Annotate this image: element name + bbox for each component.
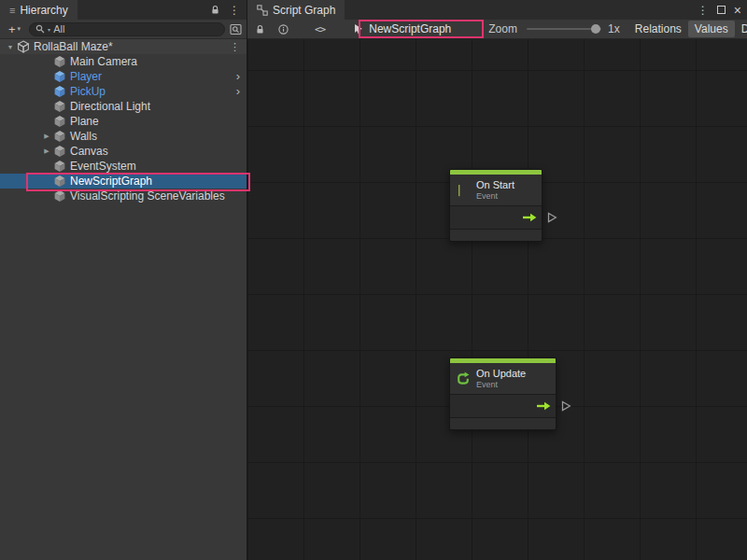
node-header: On Update Event [450,363,556,394]
graph-canvas[interactable]: On Start Event On Update Event [247,39,747,560]
values-toggle[interactable]: Values [688,21,735,37]
scene-menu-icon[interactable]: ⋮ [230,39,240,54]
hierarchy-tree: ▼ RollaBall Maze* ⋮ Main Camera Player ›… [0,39,247,560]
zoom-slider-handle[interactable] [591,24,600,34]
node-footer [450,230,542,241]
prefab-icon [53,70,66,83]
graph-toolbar: <> NewScriptGraph Zoom 1x Relations Valu… [247,20,747,39]
hierarchy-panel: ≡ Hierarchy ⋮ + ▾ ▾ All ▼ [0,0,247,560]
foldout-open-icon[interactable]: ▼ [4,44,17,50]
hierarchy-tabbar: ≡ Hierarchy ⋮ [0,0,247,20]
node-subtitle: Event [476,380,526,389]
graph-asset-icon [353,23,364,35]
lock-icon[interactable] [210,5,220,15]
node-on-start[interactable]: On Start Event [449,169,543,242]
tab-script-graph[interactable]: Script Graph [247,0,345,20]
hierarchy-item-canvas[interactable]: ▶ Canvas [0,144,247,159]
zoom-slider[interactable] [527,28,601,30]
graph-name-label: NewScriptGraph [369,22,451,35]
hierarchy-tab-controls: ⋮ [210,0,247,20]
zoom-value: 1x [608,22,620,35]
graph-lock-icon[interactable] [255,24,265,35]
prefab-open-chevron-icon[interactable]: › [236,84,240,99]
search-icon [35,24,45,34]
pick-object-icon[interactable] [230,23,242,35]
relations-toggle[interactable]: Relations [628,21,688,37]
dim-toggle[interactable]: Dim [735,21,747,37]
hierarchy-item-pickup[interactable]: PickUp › [0,84,247,99]
trigger-output-port[interactable] [561,400,571,412]
close-icon[interactable]: × [734,4,741,17]
start-flag-icon [456,183,471,198]
maximize-icon[interactable] [717,6,726,14]
hierarchy-item-visualscripting-scenevariables[interactable]: VisualScripting SceneVariables [0,189,247,203]
hierarchy-item-plane[interactable]: Plane [0,114,247,129]
graph-name-breadcrumb[interactable]: NewScriptGraph [353,22,451,35]
gameobject-icon [53,160,66,173]
node-footer [450,418,556,429]
script-graph-panel: Script Graph ⋮ × <> NewScriptGraph Zoom [247,0,747,560]
trigger-output-port[interactable] [547,212,557,223]
hierarchy-item-newscriptgraph[interactable]: NewScriptGraph [0,174,247,189]
foldout-closed-icon[interactable]: ▶ [40,147,53,155]
zoom-label: Zoom [488,22,517,35]
node-subtitle: Event [476,191,514,201]
scene-label: RollaBall Maze* [34,40,113,53]
hierarchy-item-eventsystem[interactable]: EventSystem [0,159,247,174]
caret-down-icon: ▾ [18,25,21,33]
node-title: On Update [476,368,526,379]
foldout-closed-icon[interactable]: ▶ [40,133,53,140]
gameobject-icon [53,100,66,113]
tab-hierarchy[interactable]: ≡ Hierarchy [0,0,78,20]
window-menu-icon[interactable]: ⋮ [698,5,709,16]
update-loop-icon [456,371,471,386]
search-filter-caret-icon: ▾ [48,26,50,33]
add-gameobject-button[interactable]: + ▾ [5,22,24,36]
tab-hierarchy-label: Hierarchy [20,4,67,17]
prefab-icon [53,85,66,98]
hierarchy-item-walls[interactable]: ▶ Walls [0,129,247,144]
scene-icon [17,40,30,53]
hierarchy-item-directional-light[interactable]: Directional Light [0,99,247,114]
graph-window-controls: ⋮ × [698,0,747,20]
node-title: On Start [476,179,514,190]
list-icon: ≡ [9,5,15,16]
gameobject-icon [53,115,66,128]
node-port-row [450,205,542,230]
hierarchy-toolbar: + ▾ ▾ All [0,20,247,39]
tab-script-graph-label: Script Graph [273,4,335,17]
gameobject-icon [53,130,66,143]
unity-window: ≡ Hierarchy ⋮ + ▾ ▾ All ▼ [0,0,747,560]
gameobject-icon [53,175,66,188]
search-text: All [53,23,64,35]
trigger-output-arrow-icon [522,213,537,222]
plus-icon: + [8,22,16,36]
scene-row[interactable]: ▼ RollaBall Maze* ⋮ [0,39,247,54]
info-icon[interactable] [278,24,289,35]
graph-tabbar: Script Graph ⋮ × [247,0,747,20]
trigger-output-arrow-icon [536,401,551,411]
gameobject-icon [53,189,66,203]
node-on-update[interactable]: On Update Event [449,357,557,430]
hierarchy-search-input[interactable]: ▾ All [29,22,225,36]
gameobject-icon [53,145,66,158]
prefab-open-chevron-icon[interactable]: › [236,69,240,84]
gameobject-icon [53,55,66,68]
node-port-row [450,394,556,418]
panel-menu-icon[interactable]: ⋮ [229,5,240,16]
code-view-icon[interactable]: <> [315,23,325,35]
hierarchy-item-player[interactable]: Player › [0,69,247,84]
node-header: On Start Event [450,175,542,205]
hierarchy-item-main-camera[interactable]: Main Camera [0,54,247,69]
graph-icon [257,5,268,16]
